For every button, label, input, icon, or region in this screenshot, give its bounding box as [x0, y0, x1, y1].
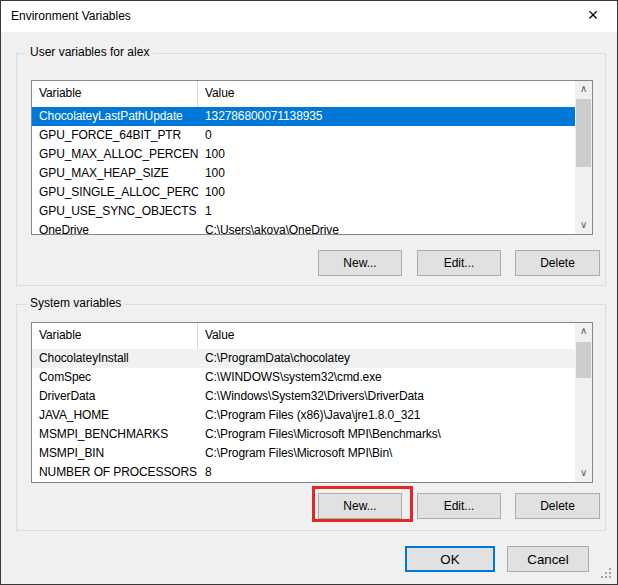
user-variables-rows: ChocolateyLastPathUpdate 132786800071138… — [32, 107, 575, 234]
table-row[interactable]: GPU_SINGLE_ALLOC_PERCE... 100 — [32, 183, 575, 202]
table-row[interactable]: ChocolateyInstall C:\ProgramData\chocola… — [32, 349, 575, 368]
scrollbar-thumb[interactable] — [576, 342, 591, 378]
system-variables-table: Variable Value ChocolateyInstall C:\Prog… — [31, 322, 593, 483]
variable-cell: GPU_SINGLE_ALLOC_PERCE... — [32, 183, 198, 202]
titlebar: Environment Variables × — [1, 1, 617, 32]
column-header-variable[interactable]: Variable — [32, 323, 198, 349]
user-variables-group-label: User variables for alex — [26, 45, 153, 59]
scroll-down-icon[interactable]: ∨ — [575, 217, 592, 234]
table-row[interactable]: GPU_USE_SYNC_OBJECTS 1 — [32, 202, 575, 221]
value-cell: 100 — [198, 145, 575, 164]
ok-button[interactable]: OK — [405, 546, 495, 572]
system-new-button[interactable]: New... — [318, 493, 402, 519]
table-row[interactable]: MSMPI_BIN C:\Program Files\Microsoft MPI… — [32, 444, 575, 463]
variable-cell: OneDrive — [32, 221, 198, 234]
resize-grip-icon[interactable] — [601, 568, 612, 579]
user-variables-table: Variable Value ChocolateyLastPathUpdate … — [31, 80, 593, 235]
table-row[interactable]: JAVA_HOME C:\Program Files (x86)\Java\jr… — [32, 406, 575, 425]
user-new-button[interactable]: New... — [318, 250, 402, 276]
cancel-button[interactable]: Cancel — [507, 546, 589, 572]
value-cell: 1 — [198, 202, 575, 221]
user-delete-button[interactable]: Delete — [515, 250, 600, 276]
variable-cell: GPU_MAX_ALLOC_PERCENT — [32, 145, 198, 164]
value-cell: C:\Program Files (x86)\Java\jre1.8.0_321 — [198, 406, 575, 425]
value-cell: 100 — [198, 164, 575, 183]
user-table-scrollbar[interactable]: ∧ ∨ — [575, 81, 592, 234]
system-table-header: Variable Value — [32, 323, 592, 349]
variable-cell: MSMPI_BIN — [32, 444, 198, 463]
table-row[interactable]: NUMBER OF PROCESSORS 8 — [32, 463, 575, 482]
close-icon[interactable]: × — [571, 1, 615, 32]
user-edit-button[interactable]: Edit... — [417, 250, 501, 276]
value-cell: 100 — [198, 183, 575, 202]
value-cell: 132786800071138935 — [198, 107, 575, 126]
variable-cell: DriverData — [32, 387, 198, 406]
table-row[interactable]: GPU_FORCE_64BIT_PTR 0 — [32, 126, 575, 145]
value-cell: C:\Program Files\Microsoft MPI\Benchmark… — [198, 425, 575, 444]
value-cell: 0 — [198, 126, 575, 145]
scroll-up-icon[interactable]: ∧ — [575, 323, 592, 340]
table-row[interactable]: DriverData C:\Windows\System32\Drivers\D… — [32, 387, 575, 406]
table-row[interactable]: MSMPI_BENCHMARKS C:\Program Files\Micros… — [32, 425, 575, 444]
user-variables-group: User variables for alex Variable Value C… — [16, 53, 606, 286]
variable-cell: NUMBER OF PROCESSORS — [32, 463, 198, 482]
value-cell: 8 — [198, 463, 575, 482]
variable-cell: ChocolateyInstall — [32, 349, 198, 368]
window-title: Environment Variables — [11, 1, 131, 32]
table-row[interactable]: ComSpec C:\WINDOWS\system32\cmd.exe — [32, 368, 575, 387]
value-cell: C:\WINDOWS\system32\cmd.exe — [198, 368, 575, 387]
system-table-scrollbar[interactable]: ∧ ∨ — [575, 323, 592, 482]
value-cell: C:\Windows\System32\Drivers\DriverData — [198, 387, 575, 406]
scroll-up-icon[interactable]: ∧ — [575, 81, 592, 98]
user-table-header: Variable Value — [32, 81, 592, 107]
variable-cell: GPU_USE_SYNC_OBJECTS — [32, 202, 198, 221]
system-variables-rows: ChocolateyInstall C:\ProgramData\chocola… — [32, 349, 575, 482]
system-delete-button[interactable]: Delete — [515, 493, 600, 519]
variable-cell: GPU_FORCE_64BIT_PTR — [32, 126, 198, 145]
table-row[interactable]: OneDrive C:\Users\akova\OneDrive — [32, 221, 575, 234]
column-header-variable[interactable]: Variable — [32, 81, 198, 107]
table-row[interactable]: ChocolateyLastPathUpdate 132786800071138… — [32, 107, 575, 126]
table-row[interactable]: GPU_MAX_ALLOC_PERCENT 100 — [32, 145, 575, 164]
value-cell: C:\ProgramData\chocolatey — [198, 349, 575, 368]
system-variables-group-label: System variables — [26, 296, 125, 310]
variable-cell: ChocolateyLastPathUpdate — [32, 107, 198, 126]
system-edit-button[interactable]: Edit... — [417, 493, 501, 519]
column-header-value[interactable]: Value — [198, 81, 592, 107]
environment-variables-dialog: Environment Variables × User variables f… — [0, 0, 618, 585]
variable-cell: MSMPI_BENCHMARKS — [32, 425, 198, 444]
variable-cell: JAVA_HOME — [32, 406, 198, 425]
variable-cell: GPU_MAX_HEAP_SIZE — [32, 164, 198, 183]
value-cell: C:\Program Files\Microsoft MPI\Bin\ — [198, 444, 575, 463]
system-variables-group: System variables Variable Value Chocolat… — [16, 304, 606, 531]
column-header-value[interactable]: Value — [198, 323, 592, 349]
variable-cell: ComSpec — [32, 368, 198, 387]
scrollbar-thumb[interactable] — [576, 99, 591, 167]
table-row[interactable]: GPU_MAX_HEAP_SIZE 100 — [32, 164, 575, 183]
value-cell: C:\Users\akova\OneDrive — [198, 221, 575, 234]
scroll-down-icon[interactable]: ∨ — [575, 465, 592, 482]
